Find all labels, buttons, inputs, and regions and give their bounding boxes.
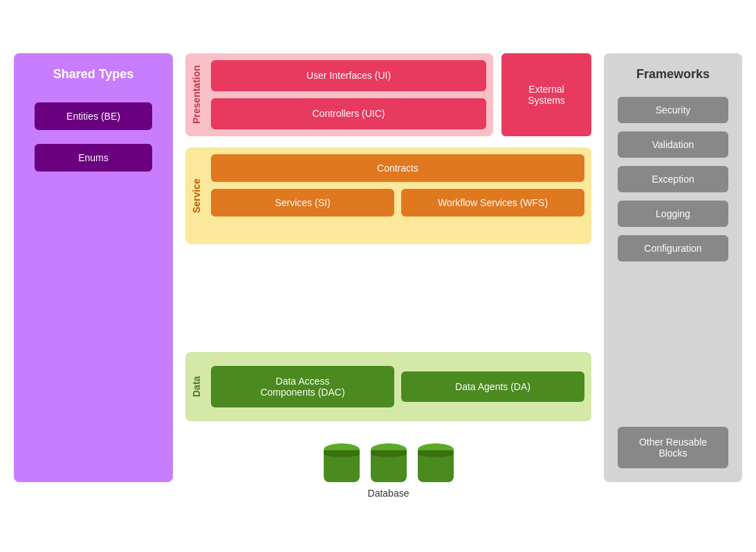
db-top-shadow-1 (324, 450, 360, 457)
database-section: Database (185, 441, 591, 499)
data-inner: Data AccessComponents (DAC) Data Agents … (208, 359, 584, 414)
wfs-block: Workflow Services (WFS) (401, 189, 584, 217)
other-reusable-block: Other ReusableBlocks (618, 427, 728, 468)
enums-block: Enums (35, 144, 152, 172)
services-si-block: Services (SI) (211, 189, 394, 217)
configuration-block: Configuration (618, 235, 728, 261)
external-systems-label: ExternalSystems (528, 84, 565, 106)
presentation-label: Presentation (185, 60, 208, 129)
exception-block: Exception (618, 166, 728, 192)
external-systems-block: ExternalSystems (501, 53, 591, 136)
db-cylinder-3 (418, 441, 454, 482)
db-cylinder-1 (324, 441, 360, 482)
da-block: Data Agents (DA) (401, 371, 584, 402)
db-cylinders (324, 441, 454, 482)
ui-block: User Interfaces (UI) (211, 60, 486, 91)
presentation-block: Presentation User Interfaces (UI) Contro… (185, 53, 493, 136)
service-inner: Contracts Services (SI) Workflow Service… (208, 154, 584, 237)
dac-block: Data AccessComponents (DAC) (211, 366, 394, 407)
service-label: Service (185, 154, 208, 237)
entities-be-block: Entities (BE) (35, 102, 152, 130)
frameworks-title: Frameworks (636, 67, 710, 82)
db-top-shadow-2 (371, 450, 407, 457)
service-block: Service Contracts Services (SI) Workflow… (185, 147, 591, 244)
contracts-block: Contracts (211, 154, 584, 182)
middle-column: Presentation User Interfaces (UI) Contro… (185, 53, 591, 499)
db-top-shadow-3 (418, 450, 454, 457)
service-row: Services (SI) Workflow Services (WFS) (211, 189, 584, 217)
security-block: Security (618, 97, 728, 123)
frameworks-panel: Frameworks Security Validation Exception… (604, 53, 742, 482)
shared-types-title: Shared Types (53, 67, 134, 82)
db-cylinder-2 (371, 441, 407, 482)
presentation-row-outer: Presentation User Interfaces (UI) Contro… (185, 53, 591, 136)
database-label: Database (368, 488, 409, 499)
controllers-block: Controllers (UIC) (211, 98, 486, 129)
data-label: Data (185, 359, 208, 414)
logging-block: Logging (618, 201, 728, 227)
data-block: Data Data AccessComponents (DAC) Data Ag… (185, 352, 591, 421)
shared-types-panel: Shared Types Entities (BE) Enums (14, 53, 173, 482)
presentation-content: User Interfaces (UI) Controllers (UIC) (208, 60, 486, 129)
validation-block: Validation (618, 131, 728, 158)
diagram-container: Shared Types Entities (BE) Enums Present… (0, 0, 756, 552)
